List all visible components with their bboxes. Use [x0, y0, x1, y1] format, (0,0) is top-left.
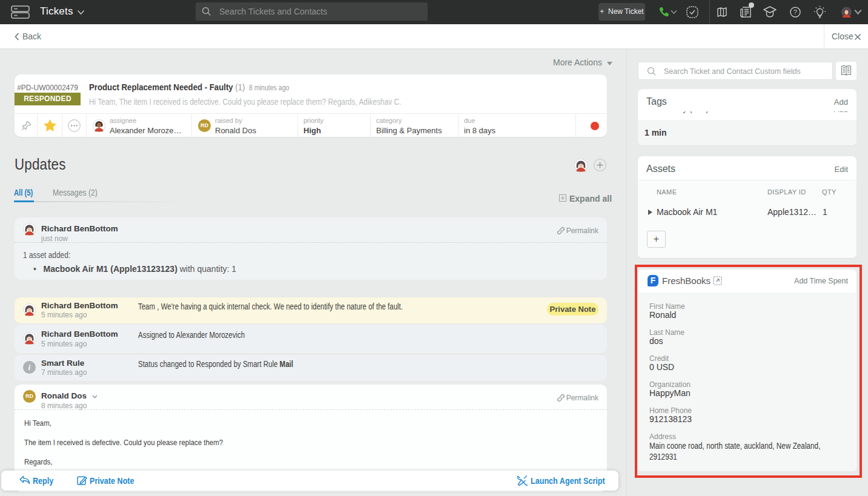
svg-text:?: ?	[793, 8, 797, 16]
